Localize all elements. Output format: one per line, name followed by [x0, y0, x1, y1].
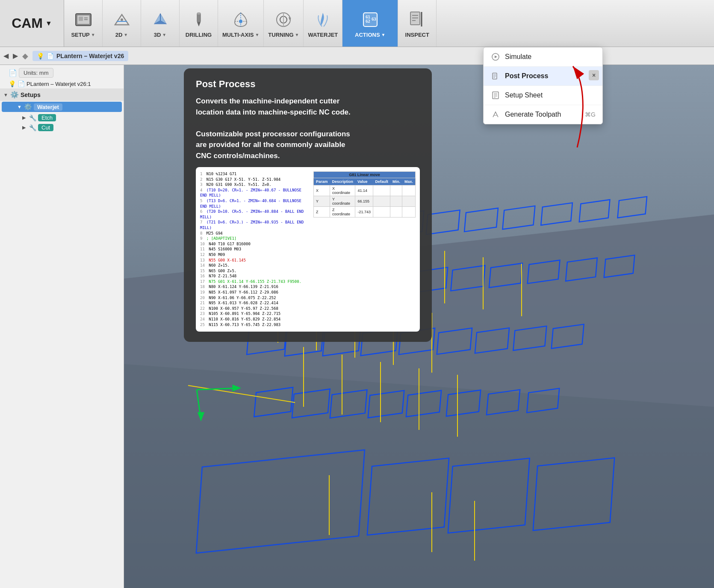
- svg-rect-48: [604, 255, 635, 277]
- sidebar-units-row: 📄 Units: mm: [0, 67, 124, 79]
- lightbulb-icon-2: 💡: [9, 80, 16, 87]
- setup-label: SETUP ▼: [71, 32, 95, 38]
- 3d-icon: [149, 9, 171, 31]
- col-param: Param: [313, 178, 330, 185]
- setup-label: PLantern – Waterjet v26:1: [27, 81, 91, 87]
- svg-rect-2: [79, 17, 83, 21]
- tabs-bar: ◀ ▶ ◆ 💡 📄 PLantern – Waterjet v26: [0, 47, 714, 65]
- svg-rect-66: [196, 450, 365, 553]
- toolbar-actions[interactable]: G1 G2 G3 ACTIONS ▼: [342, 0, 398, 47]
- toolbar-inspect[interactable]: INSPECT: [398, 0, 437, 47]
- dropdown-simulate[interactable]: Simulate: [484, 47, 602, 67]
- svg-rect-57: [552, 324, 584, 349]
- sidebar-cut-row[interactable]: ▶ 🔧 Cut: [0, 123, 124, 132]
- drilling-label: DRILLING: [186, 32, 212, 38]
- toolbar-drilling[interactable]: DRILLING: [180, 0, 218, 47]
- svg-rect-45: [489, 263, 522, 288]
- setups-caret-icon: ▼: [3, 92, 9, 97]
- sidebar-setups-row[interactable]: ▼ ⚙️ Setups: [0, 88, 124, 101]
- toolbar-2d[interactable]: 2D ▼: [103, 0, 141, 47]
- sidebar: 📄 Units: mm 💡 📄 PLantern – Waterjet v26:…: [0, 65, 124, 588]
- drilling-icon: [188, 9, 210, 31]
- svg-text:G3: G3: [372, 17, 376, 21]
- g81-table: G81 Linear move Param Description Value …: [313, 171, 416, 218]
- etch-badge: Etch: [38, 114, 56, 121]
- units-badge: Units: mm: [19, 68, 53, 78]
- project-tab[interactable]: 💡 📄 PLantern – Waterjet v26: [32, 51, 128, 61]
- setup-sheet-icon: [490, 90, 501, 100]
- toolbar-3d[interactable]: 3D ▼: [141, 0, 180, 47]
- actions-icon: G1 G2 G3: [359, 9, 381, 31]
- generate-toolpath-label: Generate Toolpath: [505, 111, 561, 118]
- close-icon: ×: [592, 72, 596, 79]
- collapse-icon[interactable]: ◀: [3, 52, 9, 60]
- toolbar-turning[interactable]: TURNING ▼: [264, 0, 304, 47]
- actions-label: ACTIONS ▼: [355, 32, 385, 38]
- svg-rect-56: [513, 326, 546, 350]
- svg-rect-69: [533, 458, 614, 530]
- svg-rect-37: [618, 197, 647, 218]
- actions-dropdown: Simulate Post Process × Setup She: [483, 47, 603, 124]
- toolbar-waterjet[interactable]: WATERJET: [304, 0, 342, 47]
- 3d-label: 3D ▼: [154, 32, 167, 38]
- multiaxis-label: MULTI-AXIS ▼: [222, 32, 259, 38]
- inspect-label: INSPECT: [405, 32, 429, 38]
- svg-rect-34: [502, 206, 535, 229]
- svg-rect-44: [451, 265, 485, 291]
- waterjet-badge: Waterjet: [34, 103, 62, 111]
- svg-rect-47: [566, 258, 597, 281]
- cam-menu-button[interactable]: CAM ▼: [0, 0, 64, 47]
- main-toolbar: CAM ▼ SETUP ▼ 2D: [0, 0, 714, 47]
- etch-tool-icon: 🔧: [29, 115, 36, 121]
- col-max: Max.: [402, 178, 416, 185]
- svg-rect-46: [528, 260, 560, 284]
- 2d-label: 2D ▼: [115, 32, 128, 38]
- etch-caret-icon: ▶: [22, 115, 27, 121]
- sidebar-waterjet-row[interactable]: ▼ ⚙️ Waterjet: [2, 102, 122, 112]
- svg-rect-59: [292, 389, 330, 417]
- col-default: Default: [373, 178, 390, 185]
- svg-line-74: [197, 388, 239, 390]
- svg-text:G2: G2: [366, 19, 370, 24]
- svg-rect-33: [464, 208, 498, 232]
- table-row: YY coordinate66.155: [313, 196, 415, 207]
- expand-icon[interactable]: ▶: [13, 52, 18, 60]
- setups-label: Setups: [21, 91, 41, 98]
- post-process-label: Post Process: [505, 72, 548, 80]
- col-value: Value: [355, 178, 373, 185]
- waterjet-icon: [312, 9, 334, 31]
- svg-rect-84: [493, 92, 499, 99]
- project-tab-label: PLantern – Waterjet v26: [56, 53, 124, 59]
- tooltip-preview: 1 N10 %1234 G71 2 N15 G30 G17 X-51. Y-51…: [196, 167, 420, 332]
- doc-icon-2: 📄: [18, 80, 25, 87]
- svg-marker-77: [198, 413, 204, 420]
- setup-sheet-label: Setup Sheet: [505, 91, 543, 99]
- svg-marker-79: [495, 56, 497, 58]
- svg-rect-64: [487, 390, 520, 415]
- toolbar-multiaxis[interactable]: MULTI-AXIS ▼: [218, 0, 264, 47]
- simulate-icon: [490, 52, 501, 62]
- lightbulb-icon: 💡: [37, 53, 44, 59]
- svg-rect-55: [475, 328, 509, 353]
- cam-caret: ▼: [45, 20, 52, 27]
- generate-toolpath-shortcut: ⌘G: [585, 111, 596, 118]
- sidebar-etch-row[interactable]: ▶ 🔧 Etch: [0, 113, 124, 123]
- dropdown-post-process[interactable]: Post Process ×: [484, 67, 602, 86]
- project-tab-doc-icon: 📄: [47, 53, 54, 59]
- multiaxis-icon: [230, 9, 252, 31]
- table-row: XX coordinate41.14: [313, 185, 415, 196]
- col-min: Min.: [390, 178, 402, 185]
- svg-line-73: [188, 385, 295, 403]
- dropdown-generate-toolpath[interactable]: Generate Toolpath ⌘G: [484, 105, 602, 124]
- post-process-tooltip: Post Process Converts the machine-indepe…: [184, 68, 432, 342]
- nc-code-preview: 1 N10 %1234 G71 2 N15 G30 G17 X-51. Y-51…: [200, 171, 309, 327]
- turning-icon: [272, 9, 295, 31]
- gear-icon: ⚙️: [10, 91, 19, 99]
- col-description: Description: [330, 178, 355, 185]
- dropdown-setup-sheet[interactable]: Setup Sheet: [484, 86, 602, 105]
- inspect-icon: [406, 9, 428, 31]
- svg-rect-62: [406, 391, 441, 417]
- toolbar-setup[interactable]: SETUP ▼: [64, 0, 103, 47]
- sidebar-setup-row[interactable]: 💡 📄 PLantern – Waterjet v26:1: [0, 79, 124, 88]
- dropdown-close-button[interactable]: ×: [589, 70, 599, 80]
